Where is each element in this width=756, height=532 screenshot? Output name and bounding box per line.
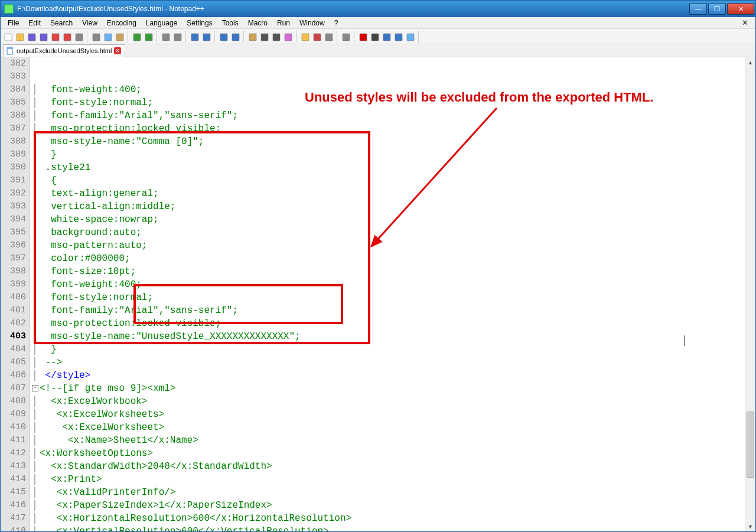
line-number[interactable]: 394 [1,213,26,226]
line-number[interactable]: 414 [1,473,26,486]
menu-help[interactable]: ? [330,18,343,28]
menu-window[interactable]: Window [295,18,330,28]
menubar-close-button[interactable]: ✕ [738,18,752,27]
line-number[interactable]: 397 [1,252,26,265]
code-line[interactable]: │ font-style:normal; [30,96,745,109]
fold-gutter[interactable]: │ [30,83,40,96]
fold-gutter[interactable]: │ [30,486,40,499]
code-line[interactable]: │<x:WorksheetOptions> [30,447,745,460]
copy-icon[interactable] [103,32,112,41]
line-number[interactable]: 402 [1,317,26,330]
line-number[interactable]: 391 [1,174,26,187]
code-line[interactable]: │ font-size:10pt; [30,265,745,278]
code-line[interactable]: │ <x:Name>Sheet1</x:Name> [30,434,745,447]
undo-icon[interactable] [132,32,141,41]
line-number[interactable]: 415 [1,486,26,499]
eye-icon[interactable] [341,32,350,41]
paste-icon[interactable] [115,32,124,41]
code-line[interactable]: │ mso-style-name:"UnusedStyle_XXXXXXXXXX… [30,330,745,343]
close-tab-icon[interactable]: ✕ [114,47,121,54]
fold-gutter[interactable]: │ [30,330,40,343]
fold-gutter[interactable]: │ [30,135,40,148]
code-line[interactable]: │ font-style:normal; [30,291,745,304]
scroll-down-button[interactable]: ▼ [745,521,755,531]
menu-search[interactable]: Search [45,18,77,28]
func-list-icon[interactable] [324,32,333,41]
line-number[interactable]: 386 [1,109,26,122]
titlebar[interactable]: F:\Download\outputExcludeUnusedStyles.ht… [1,1,755,17]
fold-gutter[interactable]: │ [30,252,40,265]
fold-gutter[interactable]: │ [30,174,40,187]
fold-gutter[interactable]: │ [30,226,40,239]
line-number-gutter[interactable]: 3823833843853863873883893903913923933943… [1,57,30,531]
line-number[interactable]: 401 [1,304,26,317]
sync-v-icon[interactable] [219,32,228,41]
code-line[interactable]: │ <x:PaperSizeIndex>1</x:PaperSizeIndex> [30,499,745,512]
line-number[interactable]: 406 [1,369,26,382]
fold-gutter[interactable]: │ [30,525,40,531]
menu-language[interactable]: Language [141,18,182,28]
fold-gutter[interactable]: │ [30,200,40,213]
menu-encoding[interactable]: Encoding [102,18,141,28]
code-line[interactable]: │ color:#000000; [30,252,745,265]
code-line[interactable]: │ <x:ExcelWorkbook> [30,395,745,408]
line-number[interactable]: 390 [1,161,26,174]
code-line[interactable]: │ background:auto; [30,226,745,239]
line-number[interactable]: 416 [1,499,26,512]
line-number[interactable]: 407 [1,382,26,395]
save-icon[interactable] [27,32,36,41]
fold-gutter[interactable]: │ [30,395,40,408]
save-all-icon[interactable] [38,32,48,41]
code-line[interactable]: │ <x:Print> [30,473,745,486]
menu-file[interactable]: File [3,18,24,28]
save-macro-icon[interactable] [405,32,415,41]
code-line[interactable]: │ </style> [30,369,745,382]
code-line[interactable]: │ } [30,343,745,356]
fold-gutter[interactable]: │ [30,304,40,317]
folder-icon[interactable] [300,32,309,41]
fold-gutter[interactable]: │ [30,161,40,174]
line-number[interactable]: 413 [1,460,26,473]
line-number[interactable]: 412 [1,447,26,460]
code-line[interactable]: −<!--[if gte mso 9]><xml> [30,382,745,395]
line-number[interactable]: 410 [1,421,26,434]
line-number[interactable]: 389 [1,148,26,161]
print-icon[interactable] [74,32,83,41]
fold-gutter[interactable]: │ [30,109,40,122]
fold-gutter[interactable]: │ [30,96,40,109]
line-number[interactable]: 405 [1,356,26,369]
line-number[interactable]: 398 [1,265,26,278]
close-all-icon[interactable] [62,32,71,41]
fold-gutter[interactable]: │ [30,447,40,460]
rec-icon[interactable] [358,32,367,41]
fold-gutter[interactable]: │ [30,278,40,291]
close-button[interactable]: ✕ [727,3,754,15]
code-line[interactable]: │ font-weight:400; [30,83,745,96]
lang-icon[interactable] [283,32,292,41]
code-line[interactable]: │ <x:VerticalResolution>600</x:VerticalR… [30,525,745,531]
line-number[interactable]: 387 [1,122,26,135]
fold-gutter[interactable]: │ [30,473,40,486]
code-line[interactable]: │ .style21 [30,161,745,174]
stop-icon[interactable] [370,32,379,41]
code-line[interactable]: │ font-weight:400; [30,278,745,291]
fold-gutter[interactable]: │ [30,317,40,330]
code-line[interactable]: │ <x:ExcelWorksheet> [30,421,745,434]
line-number[interactable]: 399 [1,278,26,291]
line-number[interactable]: 392 [1,187,26,200]
code-area[interactable]: │ font-weight:400;│ font-style:normal;│ … [30,57,745,531]
menu-macro[interactable]: Macro [243,18,272,28]
line-number[interactable]: 382 [1,57,26,70]
line-number[interactable]: 395 [1,226,26,239]
play-icon[interactable] [382,32,391,41]
code-line[interactable]: │ <x:ExcelWorksheets> [30,408,745,421]
code-line[interactable]: │ <x:ValidPrinterInfo/> [30,486,745,499]
code-line[interactable]: │ mso-protection:locked visible; [30,122,745,135]
fold-gutter[interactable]: │ [30,187,40,200]
zoom-in-icon[interactable] [190,32,199,41]
line-number[interactable]: 388 [1,135,26,148]
code-line[interactable]: │ mso-style-name:"Comma [0]"; [30,135,745,148]
fold-gutter[interactable]: │ [30,343,40,356]
code-line[interactable]: │ font-family:"Arial","sans-serif"; [30,109,745,122]
line-number[interactable]: 417 [1,512,26,525]
